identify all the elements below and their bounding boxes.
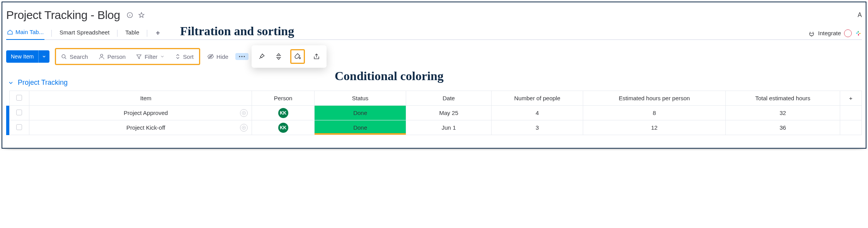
column-header-item[interactable]: Item [29,91,252,106]
add-tab-button[interactable]: + [154,29,162,37]
chevron-down-icon [8,80,14,86]
table-header-row: Item Person Status Date Number of people… [6,91,862,106]
search-icon [61,53,67,60]
filter-label: Filter [145,53,157,60]
person-label: Person [107,53,126,60]
annotation-filtration: Filtration and sorting [180,24,294,38]
conditional-coloring-button[interactable] [292,51,303,62]
date-cell[interactable]: Jun 1 [406,120,492,135]
item-name: Project Approved [124,110,168,116]
annotation-conditional: Conditional coloring [335,69,444,83]
column-header-status[interactable]: Status [315,91,406,106]
row-end-cell [840,120,861,135]
plus-speech-icon [242,111,246,115]
sort-icon [175,53,181,60]
filter-button[interactable]: Filter [134,51,166,62]
svg-line-10 [65,57,66,59]
chevron-down-icon [42,54,46,59]
est-hours-cell[interactable]: 12 [583,120,725,135]
sort-button[interactable]: Sort [173,51,196,62]
svg-point-15 [241,56,242,57]
integrate-label: Integrate [818,30,841,36]
est-hours-cell[interactable]: 8 [583,106,725,120]
tab-separator [51,30,52,37]
more-options-popover [252,45,327,68]
row-checkbox-cell [10,120,29,135]
item-name-cell[interactable]: Project Kick-off [29,120,252,135]
pin-icon [258,53,266,60]
paint-bucket-icon [294,53,301,60]
num-people-cell[interactable]: 3 [492,120,583,135]
plus-speech-icon [242,125,246,130]
column-header-num-people[interactable]: Number of people [492,91,583,106]
svg-rect-6 [858,31,859,33]
integrate-button[interactable]: Integrate [808,29,862,37]
more-options-button[interactable] [235,53,248,60]
item-name-cell[interactable]: Project Approved [29,106,252,120]
search-label: Search [70,53,88,60]
group-title: Project Tracking [18,79,68,87]
status-cell[interactable]: Done [315,106,406,120]
svg-point-9 [62,55,65,58]
row-height-icon [275,53,283,60]
row-checkbox[interactable] [16,124,22,130]
column-header-person[interactable]: Person [252,91,315,106]
eye-off-icon [207,53,214,60]
item-name: Project Kick-off [126,124,165,131]
tab-main[interactable]: Main Tab... [6,26,44,40]
tab-label: Main Tab... [15,29,44,35]
new-item-button: New Item [6,50,49,63]
person-icon [98,53,105,60]
person-filter-button[interactable]: Person [97,51,128,62]
svg-marker-3 [139,12,144,17]
person-cell[interactable]: KK [252,120,315,135]
add-subitem-button[interactable] [240,109,248,117]
slack-icon[interactable] [855,30,862,37]
hide-button[interactable]: Hide [206,51,230,62]
new-item-label: New Item [11,53,34,60]
tab-label: Smart Spreadsheet [60,29,109,36]
svg-rect-8 [858,34,859,36]
new-item-dropdown[interactable] [38,50,49,63]
svg-point-11 [100,54,103,57]
total-hours-cell[interactable]: 32 [726,106,840,120]
row-checkbox[interactable] [16,110,22,115]
select-all-checkbox[interactable] [16,95,22,101]
column-header-date[interactable]: Date [406,91,492,106]
info-icon[interactable] [126,12,133,19]
export-button[interactable] [311,51,322,62]
board-header: Project Tracking - Blog A [6,6,862,24]
sort-label: Sort [183,53,194,60]
person-cell[interactable]: KK [252,106,315,120]
table-row: Project Approved KK Done May 25 4 8 32 [6,106,862,120]
conditional-coloring-highlight [290,49,305,64]
toolbar: New Item Search Person Filter Sor [6,40,862,72]
funnel-icon [136,53,142,60]
search-button[interactable]: Search [59,51,90,62]
tab-table[interactable]: Table [124,27,140,39]
right-edge-text: A [858,12,862,19]
add-subitem-button[interactable] [240,124,248,132]
row-height-button[interactable] [273,51,284,62]
title-icon-group [126,12,145,19]
num-people-cell[interactable]: 4 [492,106,583,120]
header-checkbox-cell [10,91,29,106]
board-table: Item Person Status Date Number of people… [6,91,862,135]
add-column-button[interactable]: + [840,91,861,106]
new-item-main[interactable]: New Item [6,50,38,63]
column-header-est-hours[interactable]: Estimated hours per person [583,91,725,106]
automation-icon[interactable] [844,29,852,37]
total-hours-cell[interactable]: 36 [726,120,840,135]
home-icon [7,29,13,35]
star-icon[interactable] [138,12,145,19]
status-cell[interactable]: Done [315,120,406,135]
pin-button[interactable] [256,51,267,62]
group-accent [6,91,10,106]
ellipsis-icon [238,55,245,58]
column-header-total-hours[interactable]: Total estimated hours [726,91,840,106]
svg-rect-7 [859,33,861,34]
avatar: KK [278,108,288,118]
group-accent [6,120,10,135]
date-cell[interactable]: May 25 [406,106,492,120]
tab-smart-spreadsheet[interactable]: Smart Spreadsheet [59,27,110,39]
